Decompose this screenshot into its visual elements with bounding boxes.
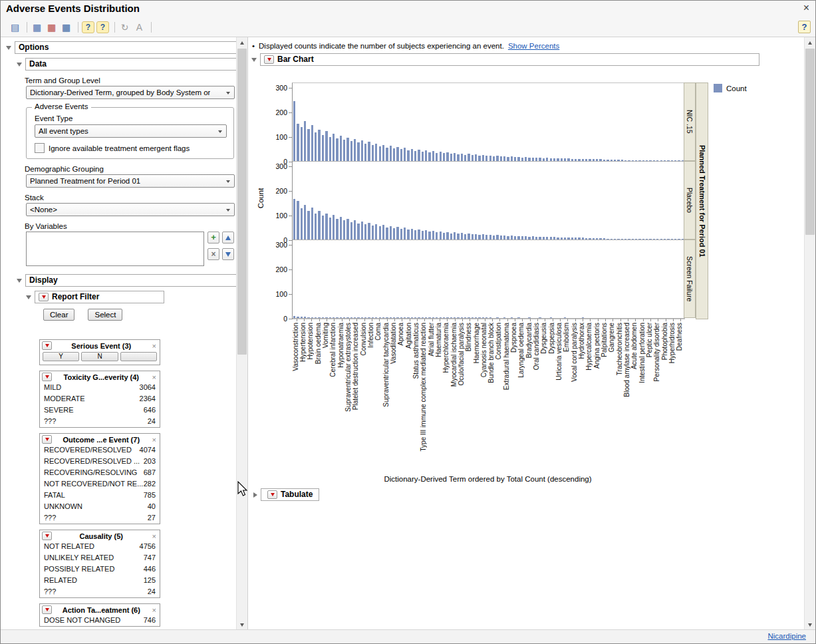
bar[interactable] — [450, 234, 452, 240]
bar[interactable] — [400, 229, 402, 240]
bar[interactable] — [436, 317, 438, 318]
bar[interactable] — [379, 317, 381, 318]
bar[interactable] — [567, 238, 569, 240]
filter-row[interactable]: RECOVERED/RESOLVED ...203 — [40, 456, 160, 467]
bar[interactable] — [521, 158, 523, 161]
bar[interactable] — [343, 220, 345, 240]
bar[interactable] — [297, 124, 299, 161]
bar[interactable] — [404, 317, 406, 318]
bar[interactable] — [585, 238, 587, 240]
bar[interactable] — [386, 148, 388, 161]
bar[interactable] — [649, 160, 651, 161]
bar[interactable] — [489, 235, 491, 240]
disclosure-closed-icon[interactable] — [253, 492, 257, 498]
filter-row[interactable]: ???27 — [40, 512, 160, 524]
filter-row[interactable]: NOT RECOVERED/NOT RE...282 — [40, 478, 160, 490]
bar[interactable] — [578, 159, 580, 161]
filter-close-icon[interactable]: × — [151, 342, 158, 350]
journal-icon[interactable]: ▤ — [9, 21, 21, 34]
bar[interactable] — [528, 158, 530, 161]
bar[interactable] — [472, 234, 474, 240]
bar[interactable] — [621, 160, 623, 161]
bar[interactable] — [364, 224, 366, 240]
bar[interactable] — [638, 160, 640, 161]
red-triangle-menu-icon[interactable] — [42, 435, 52, 444]
filter-row[interactable]: UNLIKELY RELATED747 — [40, 552, 160, 564]
bar[interactable] — [436, 153, 438, 161]
bar[interactable] — [454, 153, 456, 161]
bar[interactable] — [575, 159, 577, 161]
bar[interactable] — [304, 317, 306, 318]
bar[interactable] — [350, 141, 352, 161]
disclosure-open-icon[interactable] — [251, 58, 257, 62]
bar[interactable] — [418, 150, 420, 161]
bar[interactable] — [475, 234, 477, 240]
bar[interactable] — [478, 156, 480, 161]
bar[interactable] — [632, 239, 634, 240]
bar[interactable] — [496, 317, 498, 318]
bar[interactable] — [617, 160, 619, 161]
bar[interactable] — [482, 155, 484, 161]
bar[interactable] — [599, 238, 601, 240]
filter-row[interactable]: SEVERE646 — [40, 404, 160, 416]
bar[interactable] — [624, 239, 626, 240]
bar[interactable] — [603, 238, 605, 240]
bar[interactable] — [382, 145, 384, 161]
bar[interactable] — [361, 222, 363, 240]
bar[interactable] — [396, 317, 398, 318]
by-variables-listbox[interactable] — [26, 232, 204, 266]
bar[interactable] — [393, 228, 395, 240]
bar[interactable] — [322, 216, 324, 240]
show-percents-link[interactable]: Show Percents — [508, 42, 559, 50]
bar[interactable] — [418, 230, 420, 240]
bar[interactable] — [468, 317, 470, 318]
bar[interactable] — [528, 317, 530, 318]
bar[interactable] — [468, 154, 470, 161]
scrollbar-thumb[interactable] — [237, 49, 247, 355]
bar[interactable] — [635, 160, 637, 161]
bar[interactable] — [450, 317, 452, 318]
bar[interactable] — [393, 317, 395, 318]
filter-row[interactable]: RELATED125 — [40, 575, 160, 586]
bar[interactable] — [315, 132, 317, 161]
bar[interactable] — [375, 224, 377, 240]
bar[interactable] — [411, 149, 413, 161]
bar[interactable] — [346, 138, 348, 161]
bar[interactable] — [564, 317, 566, 318]
bar[interactable] — [400, 149, 402, 161]
filter-row[interactable]: RECOVERING/RESOLVING687 — [40, 467, 160, 478]
bar[interactable] — [443, 317, 445, 318]
bar[interactable] — [482, 317, 484, 318]
stack-combo[interactable]: <None> — [26, 203, 235, 216]
disclosure-open-icon[interactable] — [17, 63, 22, 67]
bar[interactable] — [632, 160, 634, 161]
bar[interactable] — [671, 239, 673, 240]
bar[interactable] — [357, 317, 359, 318]
bar[interactable] — [315, 214, 317, 240]
bar[interactable] — [656, 160, 658, 161]
bar[interactable] — [500, 236, 502, 240]
bar[interactable] — [496, 156, 498, 161]
red-triangle-menu-icon[interactable] — [42, 373, 52, 381]
bar[interactable] — [336, 317, 338, 318]
bar[interactable] — [440, 232, 442, 240]
bar[interactable] — [489, 156, 491, 161]
bar[interactable] — [297, 317, 299, 318]
bar[interactable] — [642, 160, 644, 161]
filter-row[interactable]: MILD3064 — [40, 382, 160, 393]
filter-row[interactable]: MODERATE2364 — [40, 393, 160, 404]
red-triangle-menu-icon[interactable] — [42, 532, 52, 540]
bar[interactable] — [582, 317, 584, 318]
bar[interactable] — [357, 142, 359, 161]
bar[interactable] — [511, 156, 513, 161]
bar[interactable] — [468, 234, 470, 240]
scroll-up-icon[interactable] — [805, 37, 815, 48]
bar[interactable] — [525, 236, 527, 240]
remove-variable-button[interactable]: × — [207, 248, 219, 260]
bar[interactable] — [514, 236, 516, 240]
bar[interactable] — [425, 230, 427, 240]
bar[interactable] — [653, 160, 655, 161]
bar[interactable] — [396, 227, 398, 240]
bar[interactable] — [407, 317, 409, 318]
bar[interactable] — [336, 138, 338, 161]
